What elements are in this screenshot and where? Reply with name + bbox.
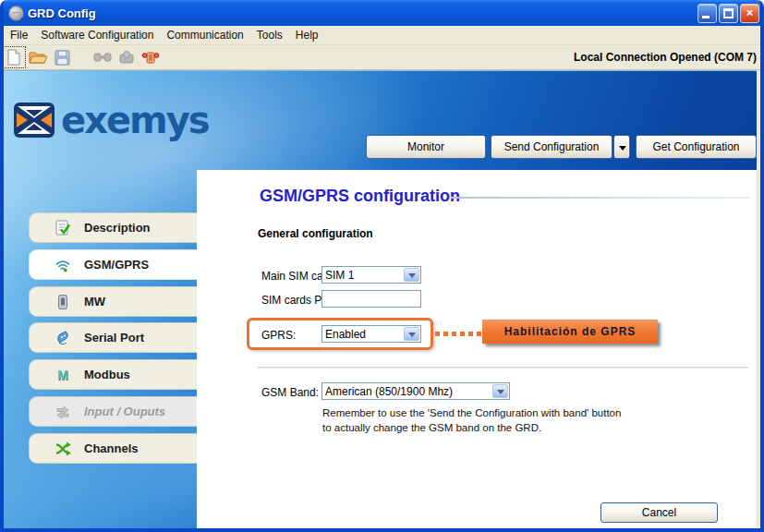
connection-status: Local Connection Opened (COM 7) [574,51,757,64]
main-area: exemys Monitor Send Configuration Get Co… [0,70,757,528]
chevron-down-icon[interactable] [404,327,419,341]
menu-file[interactable]: File [4,27,34,43]
sidebar-item-label: Input / Ouputs [84,405,165,418]
modbus-m-icon: M [54,366,72,384]
gprs-label: GPRS: [261,329,296,342]
serial-port-icon [54,329,72,347]
main-sim-value: SIM 1 [322,269,403,282]
gsm-band-value: American (850/1900 Mhz) [322,385,491,398]
gsm-band-label: GSM Band: [261,386,319,399]
sidebar-item-serial-port[interactable]: Serial Port [29,322,197,353]
connect-icon [91,47,114,67]
get-configuration-button[interactable]: Get Configuration [636,135,757,159]
gprs-callout: Habilitación de GPRS [482,320,658,344]
sidebar-item-label: Serial Port [84,331,144,345]
open-config-icon[interactable] [27,47,49,67]
sidebar-item-gsm-gprs[interactable]: GSM/GPRS [29,249,197,280]
input-output-arrows-icon [54,403,72,421]
channels-shuffle-icon [54,440,72,458]
section-title: General configuration [258,227,373,240]
sidebar-item-description[interactable]: Description [29,212,197,243]
gsm-band-note: Remember to use the 'Send the Configurat… [322,407,621,418]
sidebar-item-channels[interactable]: Channels [29,433,197,464]
cancel-button[interactable]: Cancel [600,502,718,523]
menu-tools[interactable]: Tools [250,27,289,43]
page-title: GSM/GPRS configuration [260,187,460,206]
callout-dotted-connector [435,332,483,336]
exemys-logo-mark [13,102,55,139]
menu-help[interactable]: Help [289,27,325,43]
window-title: GRD Config [28,6,96,20]
chevron-down-icon[interactable] [404,268,419,282]
gprs-select[interactable]: Enabled [321,325,421,343]
gsm-signal-icon [54,256,72,274]
chevron-down-icon[interactable] [492,384,508,398]
toolbar: Local Connection Opened (COM 7) [0,45,764,70]
gsm-band-note: to actually change the GSM band on the G… [322,422,541,433]
sidebar-item-modbus[interactable]: M Modbus [29,359,197,390]
main-sim-select[interactable]: SIM 1 [321,266,421,284]
description-check-icon [54,219,72,237]
maximize-button[interactable] [719,4,738,23]
send-configuration-dropdown-button[interactable] [613,135,630,159]
title-divider [451,197,750,199]
title-bar: GRD Config × [0,0,764,26]
app-window: GRD Config × File Software Configuration… [0,0,764,532]
sidebar-item-label: GSM/GPRS [84,258,149,272]
disconnect-icon[interactable] [139,47,162,67]
sim-pin-input[interactable] [321,290,421,308]
monitor-button[interactable]: Monitor [366,135,486,159]
save-config-icon[interactable] [51,47,73,67]
section-separator [258,367,748,369]
menu-bar: File Software Configuration Communicatio… [0,26,764,45]
mw-device-icon [54,293,72,311]
sidebar-item-input-outputs: Input / Ouputs [29,396,197,427]
menu-communication[interactable]: Communication [160,27,249,43]
close-button[interactable]: × [740,4,759,23]
menu-software-configuration[interactable]: Software Configuration [34,27,160,43]
gprs-value: Enabled [322,328,403,341]
minimize-button[interactable] [697,4,717,23]
send-configuration-button[interactable]: Send Configuration [491,135,612,159]
gsm-band-select[interactable]: American (850/1900 Mhz) [321,382,510,400]
close-icon: × [741,6,758,19]
maximize-icon [723,8,734,18]
connection-settings-icon [115,47,138,67]
sidebar-item-label: Modbus [84,368,130,381]
sidebar-item-label: MW [84,295,105,308]
sidebar-item-label: Channels [84,441,139,455]
new-config-icon[interactable] [3,47,25,67]
exemys-logo-text: exemys [61,99,209,141]
sidebar-item-label: Description [84,221,151,235]
app-icon [8,6,24,21]
exemys-logo: exemys [13,99,209,141]
sidebar-item-mw[interactable]: MW [29,286,197,317]
minimize-icon [702,16,709,18]
